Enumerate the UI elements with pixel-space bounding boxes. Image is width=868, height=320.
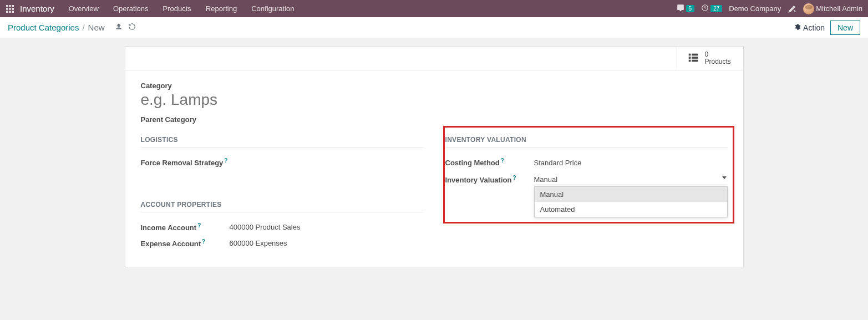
user-name: Mitchell Admin (816, 4, 862, 13)
help-icon[interactable]: ? (197, 222, 201, 228)
gear-icon (794, 23, 801, 32)
nav-reporting[interactable]: Reporting (200, 0, 242, 17)
brand[interactable]: Inventory (20, 4, 54, 13)
category-input[interactable] (141, 90, 728, 112)
products-label: Products (705, 58, 731, 65)
products-stat-button[interactable]: 0 Products (677, 47, 743, 70)
action-label: Action (803, 23, 825, 32)
category-label: Category (141, 82, 172, 90)
clock-icon (701, 4, 709, 13)
left-column: Logistics Force Removal Strategy? Accoun… (141, 136, 423, 251)
inventory-valuation-value: Manual (534, 175, 558, 184)
svg-rect-0 (6, 5, 8, 7)
inventory-valuation-title: Inventory Valuation (445, 136, 728, 148)
inventory-valuation-label: Inventory Valuation? (445, 175, 534, 184)
save-icon[interactable] (115, 23, 123, 32)
svg-rect-1 (9, 5, 11, 7)
button-box: 0 Products (125, 47, 743, 70)
form-sheet: 0 Products Category Parent Category Logi… (125, 46, 744, 267)
activities-badge: 27 (710, 5, 722, 12)
activities-button[interactable]: 27 (701, 4, 722, 13)
svg-rect-13 (688, 57, 691, 59)
inventory-valuation-dropdown: Manual Automated (534, 186, 728, 217)
svg-rect-2 (12, 5, 14, 7)
expense-account-value[interactable]: 600000 Expenses (230, 239, 423, 247)
svg-rect-12 (692, 53, 698, 55)
svg-rect-14 (692, 57, 698, 59)
costing-method-label: Costing Method? (445, 158, 534, 167)
avatar (803, 3, 814, 14)
topnav: Inventory Overview Operations Products R… (0, 0, 868, 17)
help-icon[interactable]: ? (501, 158, 504, 164)
breadcrumb-separator: / (82, 23, 84, 32)
action-button[interactable]: Action (794, 23, 825, 32)
chat-icon (677, 4, 684, 13)
discard-icon[interactable] (128, 23, 136, 32)
caret-down-icon (722, 176, 727, 179)
expense-account-label: Expense Account? (141, 238, 230, 248)
svg-rect-5 (12, 8, 14, 10)
nav-configuration[interactable]: Configuration (246, 0, 300, 17)
new-button[interactable]: New (830, 21, 860, 35)
inventory-valuation-select[interactable]: Manual (534, 174, 728, 185)
income-account-value[interactable]: 400000 Product Sales (230, 223, 423, 231)
svg-rect-6 (6, 11, 8, 13)
account-properties-title: Account Properties (141, 201, 423, 212)
logistics-title: Logistics (141, 136, 423, 148)
costing-method-value[interactable]: Standard Price (534, 159, 728, 167)
svg-rect-4 (9, 8, 11, 10)
settings-icon[interactable] (788, 4, 796, 13)
control-panel: Product Categories / New Action New (0, 17, 868, 38)
income-account-label: Income Account? (141, 222, 230, 232)
svg-rect-10 (116, 28, 121, 29)
nav-overview[interactable]: Overview (63, 0, 104, 17)
help-icon[interactable]: ? (202, 238, 205, 245)
company-switcher[interactable]: Demo Company (729, 4, 781, 13)
list-icon (687, 52, 699, 65)
messages-badge: 5 (686, 5, 695, 12)
user-menu[interactable]: Mitchell Admin (803, 3, 862, 14)
svg-rect-11 (688, 53, 691, 55)
svg-rect-16 (692, 59, 698, 62)
apps-icon[interactable] (6, 4, 14, 13)
nav-operations[interactable]: Operations (108, 0, 154, 17)
help-icon[interactable]: ? (512, 175, 516, 181)
breadcrumb-link[interactable]: Product Categories (8, 23, 79, 32)
svg-rect-7 (9, 11, 11, 13)
force-removal-label: Force Removal Strategy? (141, 158, 230, 167)
right-column: Inventory Valuation Costing Method? Stan… (445, 136, 728, 251)
nav-products[interactable]: Products (157, 0, 196, 17)
breadcrumb: Product Categories / New (8, 23, 136, 32)
svg-rect-8 (12, 11, 14, 13)
parent-category-label: Parent Category (141, 115, 728, 124)
help-icon[interactable]: ? (224, 158, 227, 164)
svg-rect-15 (688, 59, 691, 62)
messages-button[interactable]: 5 (677, 4, 695, 13)
dropdown-option-automated[interactable]: Automated (535, 202, 727, 217)
svg-rect-3 (6, 8, 8, 10)
dropdown-option-manual[interactable]: Manual (535, 187, 727, 202)
breadcrumb-current: New (88, 23, 105, 32)
